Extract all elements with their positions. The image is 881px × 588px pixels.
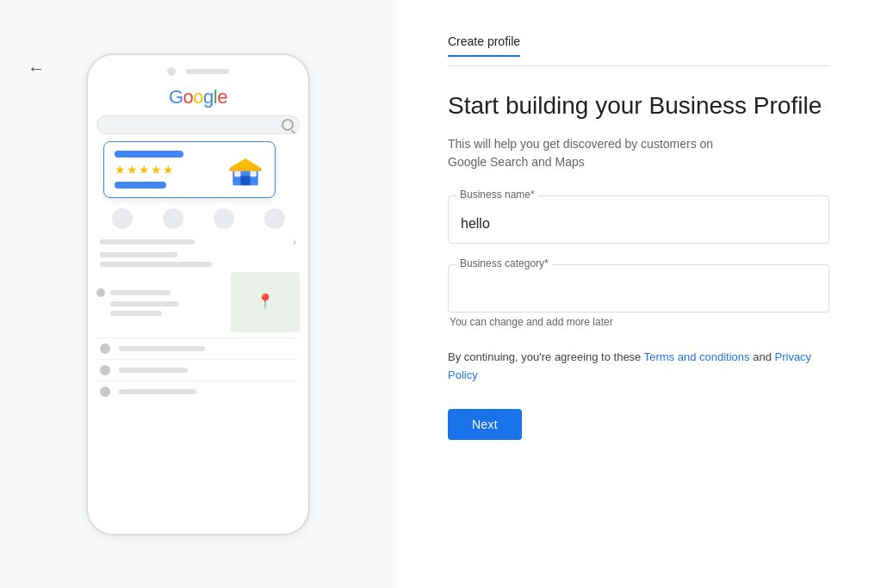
- business-card-left: ★★★★★: [115, 151, 183, 189]
- right-panel: Create profile Start building your Busin…: [396, 0, 881, 588]
- page-title: Start building your Business Profile: [448, 90, 829, 121]
- terms-and: and: [750, 350, 775, 363]
- business-bar-info: [115, 182, 166, 189]
- nav-icon-4: [264, 208, 285, 229]
- page-subtitle: This will help you get discovered by cus…: [448, 135, 829, 171]
- business-name-label: Business name*: [456, 189, 538, 201]
- content-line-1: ›: [100, 236, 296, 248]
- store-icon: [226, 151, 264, 189]
- back-arrow[interactable]: ←: [28, 59, 45, 78]
- tab-row: Create profile: [448, 34, 829, 66]
- business-bar-name: [115, 151, 183, 158]
- phone-camera: [167, 67, 176, 76]
- map-area: 📍: [231, 272, 300, 332]
- svg-rect-4: [230, 168, 262, 171]
- business-category-input[interactable]: [448, 264, 829, 313]
- next-button-container: Next: [448, 409, 829, 440]
- phone-content-lines: ›: [96, 236, 300, 267]
- phone-icon: [100, 365, 110, 375]
- phone-bottom-section-2: [96, 359, 300, 381]
- phone-search-bar: [96, 115, 300, 134]
- globe-icon: [100, 387, 110, 397]
- tab-underline: [448, 55, 520, 57]
- terms-prefix: By continuing, you're agreeing to these: [448, 350, 644, 363]
- next-button[interactable]: Next: [448, 409, 522, 440]
- field-hint: You can change and add more later: [448, 316, 829, 328]
- business-name-input[interactable]: [448, 195, 829, 244]
- phone-content: Google ★★★★★: [88, 81, 308, 534]
- content-line-2: [100, 252, 177, 257]
- chevron-right-icon: ›: [293, 236, 296, 248]
- phone-bottom-section-1: [96, 337, 300, 359]
- map-left: [96, 272, 227, 332]
- svg-rect-6: [251, 170, 257, 176]
- google-logo: Google: [169, 86, 227, 108]
- business-name-field: Business name*: [448, 195, 829, 244]
- business-category-field: Business category* You can change and ad…: [448, 264, 829, 328]
- phone-map: 📍: [96, 272, 300, 332]
- phone-nav-icons: [96, 205, 300, 236]
- phone-search-icon: [282, 119, 294, 131]
- svg-rect-5: [234, 170, 240, 176]
- phone-speaker: [186, 69, 229, 74]
- phone-bottom-section-3: [96, 381, 300, 402]
- clock-icon: [100, 344, 110, 354]
- map-pin-icon: 📍: [257, 292, 274, 308]
- phone-mockup: Google ★★★★★: [86, 53, 310, 535]
- content-line-3: [100, 262, 212, 267]
- terms-link[interactable]: Terms and conditions: [644, 350, 750, 363]
- svg-rect-1: [241, 176, 251, 185]
- tab-label: Create profile: [448, 34, 520, 48]
- business-card-popup: ★★★★★: [103, 141, 276, 198]
- nav-icon-2: [163, 208, 183, 229]
- star-rating: ★★★★★: [115, 163, 183, 176]
- location-icon: [96, 288, 105, 297]
- phone-top: [88, 55, 308, 81]
- terms-text: By continuing, you're agreeing to these …: [448, 349, 829, 385]
- left-panel: ← Google ★★★★★: [0, 0, 396, 588]
- nav-icon-1: [112, 208, 133, 229]
- business-category-label: Business category*: [456, 257, 552, 269]
- nav-icon-3: [214, 208, 234, 229]
- create-profile-tab[interactable]: Create profile: [448, 34, 520, 65]
